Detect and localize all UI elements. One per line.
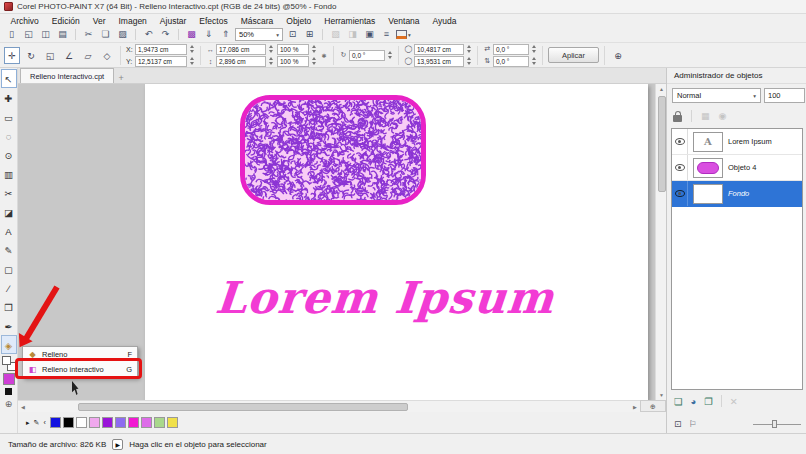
- background-color-swatch[interactable]: [5, 388, 12, 395]
- duplicate-object-button[interactable]: ❐: [704, 396, 713, 407]
- new-object-button[interactable]: ❏: [674, 396, 683, 407]
- blend-mode-dropdown[interactable]: Normal ▾: [672, 88, 761, 103]
- customize-toolbox-icon[interactable]: ⊕: [5, 399, 13, 409]
- transform-position-button[interactable]: ✛: [4, 47, 20, 64]
- document-page[interactable]: Lorem Ipsum: [145, 84, 648, 400]
- spinner[interactable]: [530, 57, 537, 65]
- align-icon[interactable]: ≡: [379, 28, 394, 41]
- menu-mascara[interactable]: Máscara: [234, 16, 280, 26]
- lorem-ipsum-text-object[interactable]: Lorem Ipsum: [153, 272, 617, 323]
- menu-edicion[interactable]: Edición: [45, 16, 86, 26]
- text-tool-icon[interactable]: A: [1, 221, 17, 240]
- apply-button[interactable]: Aplicar: [548, 47, 599, 63]
- full-screen-preview-icon[interactable]: ⊡: [285, 28, 300, 41]
- horizontal-scroll-thumb[interactable]: [78, 403, 408, 411]
- spinner[interactable]: [465, 45, 472, 53]
- paste-icon[interactable]: ▨: [115, 28, 130, 41]
- rotation-angle-field[interactable]: 0,0 °: [349, 50, 385, 61]
- palette-swatch[interactable]: [76, 417, 87, 428]
- palette-eyedropper-icon[interactable]: ✎: [34, 419, 40, 427]
- fit-page-icon[interactable]: ⊡: [674, 419, 682, 429]
- palette-swatch[interactable]: [50, 417, 61, 428]
- proportional-lock-icon[interactable]: ✱: [320, 52, 328, 59]
- menu-imagen[interactable]: Imagen: [112, 16, 153, 26]
- skew-h-field[interactable]: 0,0 °: [493, 44, 529, 55]
- new-tab-button[interactable]: +: [114, 73, 128, 83]
- navigator-button[interactable]: ⊕: [640, 400, 666, 412]
- vertical-scroll-thumb[interactable]: [658, 96, 666, 192]
- menu-objeto[interactable]: Objeto: [280, 16, 318, 26]
- eraser-tool-icon[interactable]: ◪: [1, 202, 17, 221]
- palette-swatch[interactable]: [141, 417, 152, 428]
- undo-icon[interactable]: ↶: [141, 28, 156, 41]
- apply-to-duplicate-icon[interactable]: ⊕: [610, 47, 626, 64]
- vertical-scrollbar[interactable]: ▲ ▼: [655, 84, 666, 400]
- menu-archivo[interactable]: Archivo: [4, 16, 45, 26]
- center-origin-icon[interactable]: ◯: [404, 57, 413, 65]
- visibility-toggle[interactable]: [672, 155, 688, 180]
- horizontal-scrollbar[interactable]: ◀ ▶: [18, 400, 640, 412]
- palette-scroll-icon[interactable]: ▸: [26, 419, 30, 427]
- spinner[interactable]: [267, 45, 274, 53]
- center-origin-icon[interactable]: ◯: [404, 45, 413, 53]
- slider-handle[interactable]: [772, 420, 777, 428]
- lock-transparency-icon[interactable]: [673, 115, 682, 122]
- transform-scale-button[interactable]: ◱: [42, 47, 58, 64]
- show-rulers-icon[interactable]: ⊞: [302, 28, 317, 41]
- pick-tool-icon[interactable]: ↖: [1, 69, 17, 88]
- export-icon[interactable]: ⇑: [218, 28, 233, 41]
- menu-ver[interactable]: Ver: [86, 16, 112, 26]
- skew-v-field[interactable]: 0,0 °: [493, 56, 529, 67]
- position-y-field[interactable]: 12,5137 cm: [135, 56, 187, 67]
- document-tab[interactable]: Relleno Interactivo.cpt: [20, 68, 114, 83]
- cut-icon[interactable]: ✂: [81, 28, 96, 41]
- menu-ajustar[interactable]: Ajustar: [153, 16, 192, 26]
- transparency-tool-icon[interactable]: [2, 356, 16, 371]
- spinner[interactable]: [188, 57, 195, 65]
- palette-swatch[interactable]: [128, 417, 139, 428]
- line-tool-icon[interactable]: ∕: [1, 278, 17, 297]
- spinner[interactable]: [188, 45, 195, 53]
- transform-skew-button[interactable]: ∠: [61, 47, 77, 64]
- visibility-toggle[interactable]: [672, 129, 688, 154]
- zoom-tool-icon[interactable]: ⊙: [1, 145, 17, 164]
- zoom-slider[interactable]: [753, 419, 801, 429]
- visibility-toggle[interactable]: [672, 181, 688, 206]
- menu-efectos[interactable]: Efectos: [193, 16, 234, 26]
- play-icon[interactable]: ▶: [112, 439, 123, 450]
- spinner[interactable]: [530, 45, 537, 53]
- spinner[interactable]: [267, 57, 274, 65]
- center-x-field[interactable]: 10,4817 cm: [414, 44, 464, 55]
- image-adjustment-lab-icon[interactable]: ▩: [184, 28, 199, 41]
- layer-row-objeto-4[interactable]: Objeto 4: [672, 155, 802, 181]
- open-icon[interactable]: ◱: [21, 28, 36, 41]
- palette-swatch[interactable]: [115, 417, 126, 428]
- import-icon[interactable]: ⇓: [201, 28, 216, 41]
- transform-perspective-button[interactable]: ◇: [99, 47, 115, 64]
- layer-row-lorem-ipsum[interactable]: A Lorem Ipsum: [672, 129, 802, 155]
- palette-swatch[interactable]: [167, 417, 178, 428]
- menu-ventana[interactable]: Ventana: [382, 16, 426, 26]
- cutout-lab-tool-icon[interactable]: ✂: [1, 183, 17, 202]
- rounded-rectangle-object[interactable]: [240, 95, 426, 205]
- zoom-level-combo[interactable]: 50% ▾: [235, 28, 283, 41]
- scale-v-field[interactable]: 100 %: [277, 56, 309, 67]
- object-marquee-icon[interactable]: ▣: [362, 28, 377, 41]
- transform-distort-button[interactable]: ▱: [80, 47, 96, 64]
- palette-swatch[interactable]: [154, 417, 165, 428]
- transform-rotate-button[interactable]: ↻: [23, 47, 39, 64]
- copy-icon[interactable]: ❏: [98, 28, 113, 41]
- mask-transform-tool-icon[interactable]: ✚: [1, 88, 17, 107]
- foreground-color-swatch[interactable]: [3, 373, 15, 385]
- object-height-field[interactable]: 2,896 cm: [216, 56, 266, 67]
- redo-icon[interactable]: ↷: [158, 28, 173, 41]
- new-icon[interactable]: ▯: [4, 28, 19, 41]
- menu-herramientas[interactable]: Herramientas: [318, 16, 382, 26]
- scale-h-field[interactable]: 100 %: [277, 44, 309, 55]
- print-icon[interactable]: ▤: [55, 28, 70, 41]
- spinner[interactable]: [310, 57, 317, 65]
- eyedropper-tool-icon[interactable]: ✒: [1, 316, 17, 335]
- rectangle-mask-tool-icon[interactable]: ▭: [1, 107, 17, 126]
- object-width-field[interactable]: 17,086 cm: [216, 44, 266, 55]
- menu-ayuda[interactable]: Ayuda: [426, 16, 463, 26]
